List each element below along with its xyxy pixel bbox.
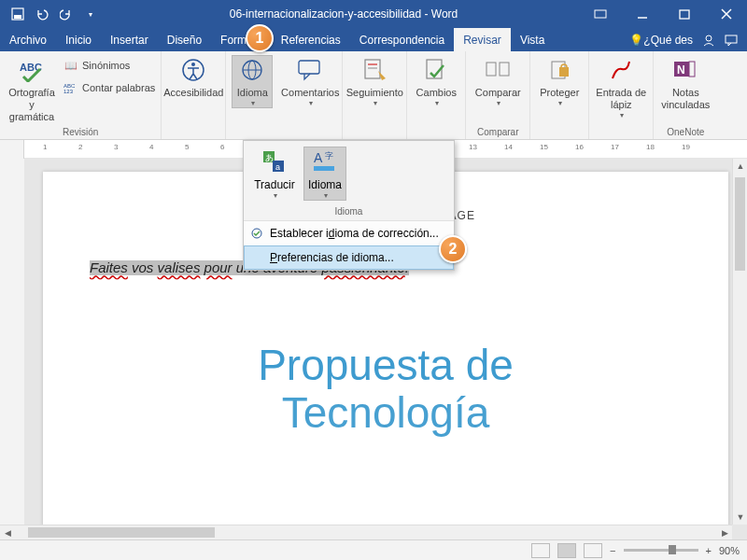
spelling-label: Ortografía y gramática bbox=[6, 87, 58, 124]
protect-button[interactable]: Proteger bbox=[536, 55, 583, 108]
undo-icon[interactable] bbox=[34, 6, 50, 22]
svg-point-13 bbox=[191, 63, 195, 66]
group-language: Idioma bbox=[226, 51, 278, 139]
scroll-thumb-h[interactable] bbox=[28, 527, 215, 538]
synonyms-button[interactable]: 📖Sinónimos bbox=[63, 55, 155, 76]
minimize-icon[interactable] bbox=[621, 0, 663, 28]
comments-pane-icon[interactable] bbox=[725, 34, 738, 47]
lock-icon bbox=[544, 55, 574, 85]
view-print-icon[interactable] bbox=[557, 543, 576, 558]
document-title: Propuesta de Tecnología bbox=[90, 342, 682, 436]
svg-rect-28 bbox=[689, 62, 695, 77]
title-bar: ▾ 06-internacionalizacion-y-accesibilida… bbox=[0, 0, 747, 28]
close-icon[interactable] bbox=[705, 0, 747, 28]
tab-inicio[interactable]: Inicio bbox=[56, 28, 101, 51]
ruler-tick: 13 bbox=[469, 143, 477, 151]
svg-rect-2 bbox=[595, 10, 606, 18]
view-web-icon[interactable] bbox=[584, 543, 602, 558]
tab-vista[interactable]: Vista bbox=[511, 28, 554, 51]
group-onenote-label: OneNote bbox=[667, 125, 704, 137]
vertical-scrollbar[interactable]: ▲ ▼ bbox=[732, 159, 747, 525]
comments-button[interactable]: Comentarios bbox=[284, 55, 336, 108]
ruler-tick: 2 bbox=[78, 143, 82, 151]
svg-text:a: a bbox=[275, 162, 280, 172]
ruler-tick: 18 bbox=[646, 143, 655, 151]
tab-correspondencia[interactable]: Correspondencia bbox=[350, 28, 454, 51]
svg-rect-1 bbox=[14, 15, 21, 19]
tab-referencias[interactable]: Referencias bbox=[272, 28, 350, 51]
zoom-level[interactable]: 90% bbox=[719, 545, 740, 556]
tracking-label: Seguimiento bbox=[346, 87, 403, 99]
tab-insertar[interactable]: Insertar bbox=[101, 28, 158, 51]
language-icon bbox=[237, 55, 267, 85]
ruler-tick: 4 bbox=[149, 143, 153, 151]
ribbon-tabs: Archivo Inicio Insertar Diseño Formato R… bbox=[0, 28, 747, 51]
ink-label: Entrada de lápiz bbox=[595, 87, 647, 111]
callout-1: 1 bbox=[246, 24, 274, 52]
save-icon[interactable] bbox=[9, 6, 26, 22]
tab-revisar[interactable]: Revisar bbox=[454, 28, 511, 51]
scroll-down-icon[interactable]: ▼ bbox=[733, 510, 747, 525]
scroll-right-icon[interactable]: ▶ bbox=[717, 525, 732, 540]
language-submenu-icon: A字 bbox=[310, 147, 340, 176]
protect-label: Proteger bbox=[540, 87, 579, 99]
spelling-button[interactable]: ABC Ortografía y gramática bbox=[6, 55, 58, 124]
language-submenu-label: Idioma bbox=[308, 178, 342, 191]
compare-button[interactable]: Comparar bbox=[472, 55, 524, 108]
wordcount-button[interactable]: ABC123Contar palabras bbox=[63, 77, 155, 98]
accessibility-button[interactable]: Accesibilidad bbox=[167, 55, 219, 99]
changes-button[interactable]: Cambios bbox=[413, 55, 459, 108]
tell-me[interactable]: 💡 ¿Qué des bbox=[629, 34, 693, 47]
ruler-tick: 17 bbox=[611, 143, 619, 151]
tab-diseno[interactable]: Diseño bbox=[158, 28, 211, 51]
status-bar: − + 90% bbox=[0, 539, 747, 560]
translate-button[interactable]: あa Traducir bbox=[251, 147, 298, 201]
language-label: Idioma bbox=[237, 87, 268, 99]
onenote-label: Notas vinculadas bbox=[659, 87, 712, 111]
scroll-left-icon[interactable]: ◀ bbox=[0, 525, 15, 540]
ribbon: ABC Ortografía y gramática 📖Sinónimos AB… bbox=[0, 51, 747, 140]
share-icon[interactable] bbox=[702, 34, 715, 47]
maximize-icon[interactable] bbox=[663, 0, 705, 28]
tab-archivo[interactable]: Archivo bbox=[0, 28, 56, 51]
scroll-thumb-v[interactable] bbox=[735, 177, 745, 271]
svg-text:字: 字 bbox=[325, 151, 333, 161]
ribbon-display-icon[interactable] bbox=[579, 0, 621, 28]
language-preferences[interactable]: Preferencias de idioma... bbox=[244, 245, 454, 270]
horizontal-scrollbar[interactable]: ◀ ▶ bbox=[0, 525, 732, 539]
group-changes: Cambios bbox=[407, 51, 466, 139]
svg-point-7 bbox=[706, 35, 712, 41]
zoom-out-icon[interactable]: − bbox=[610, 545, 615, 556]
group-accessibility: Accesibilidad bbox=[162, 51, 226, 139]
svg-rect-35 bbox=[314, 166, 334, 171]
svg-text:A: A bbox=[314, 150, 323, 165]
group-compare-label: Comparar bbox=[477, 125, 518, 137]
group-onenote: N Notas vinculadas OneNote bbox=[654, 51, 717, 139]
language-submenu-button[interactable]: A字 Idioma bbox=[303, 147, 346, 201]
onenote-icon: N bbox=[670, 55, 700, 85]
thesaurus-icon: 📖 bbox=[63, 58, 78, 73]
ink-button[interactable]: Entrada de lápiz bbox=[595, 55, 647, 120]
popup-group-label: Idioma bbox=[244, 206, 454, 220]
comments-label: Comentarios bbox=[281, 87, 339, 99]
svg-rect-22 bbox=[486, 63, 496, 76]
group-comments: Comentarios bbox=[278, 51, 343, 139]
ruler-tick: 3 bbox=[114, 143, 118, 151]
svg-rect-23 bbox=[500, 63, 509, 76]
svg-text:あ: あ bbox=[265, 153, 274, 162]
set-proofing-language[interactable]: Establecer idioma de corrección... bbox=[244, 221, 454, 245]
tracking-button[interactable]: Seguimiento bbox=[348, 55, 401, 108]
redo-icon[interactable] bbox=[58, 6, 75, 22]
onenote-button[interactable]: N Notas vinculadas bbox=[659, 55, 712, 111]
language-menu: Establecer idioma de corrección... Prefe… bbox=[244, 220, 454, 270]
zoom-in-icon[interactable]: + bbox=[706, 545, 712, 556]
ruler-tick: 1 bbox=[43, 143, 47, 151]
scroll-up-icon[interactable]: ▲ bbox=[733, 159, 747, 174]
svg-text:N: N bbox=[677, 63, 685, 77]
language-button[interactable]: Idioma bbox=[232, 55, 273, 108]
qat-more-icon[interactable]: ▾ bbox=[82, 6, 99, 22]
comment-icon bbox=[295, 55, 325, 85]
group-compare: Comparar Comparar bbox=[466, 51, 530, 139]
zoom-slider[interactable] bbox=[624, 549, 698, 552]
view-read-icon[interactable] bbox=[531, 543, 550, 558]
